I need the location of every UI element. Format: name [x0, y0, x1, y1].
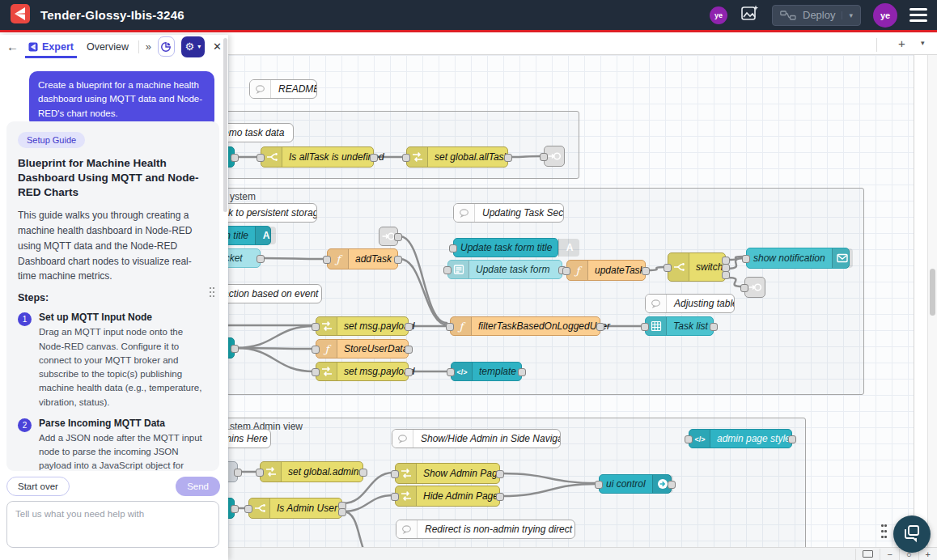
output-port[interactable] — [788, 435, 796, 443]
zoom-out-button[interactable]: − — [880, 549, 898, 560]
flowfuse-logo-icon[interactable] — [10, 3, 31, 28]
input-port[interactable] — [446, 323, 454, 331]
comment-node[interactable]: Show/Hide Admin in Side Navigation — [392, 429, 561, 448]
node-set-global-alltask[interactable]: set global.allTask — [406, 146, 508, 168]
main-menu-icon[interactable] — [909, 8, 927, 22]
output-port[interactable] — [231, 154, 239, 162]
input-port[interactable] — [391, 493, 399, 501]
node-switch[interactable]: switch — [668, 252, 726, 282]
drag-handle-dots[interactable] — [881, 524, 889, 541]
output-port[interactable] — [405, 346, 413, 354]
output-port[interactable] — [710, 323, 718, 331]
settings-dropdown-button[interactable]: ⚙ ▾ — [181, 36, 205, 57]
output-port[interactable] — [496, 470, 504, 478]
node-updateTask[interactable]: ƒupdateTask — [566, 260, 646, 281]
output-port[interactable] — [722, 271, 730, 279]
node-show-notification[interactable]: show notification — [746, 248, 850, 269]
insights-button[interactable] — [158, 36, 175, 57]
input-port[interactable] — [740, 284, 748, 292]
comment-node[interactable]: README — [249, 79, 317, 99]
collaborator-avatar[interactable]: ye — [710, 6, 727, 24]
node-set-msg-payload-1[interactable]: set msg.payload — [316, 316, 409, 336]
comment-node[interactable]: sk to persistent storage — [215, 203, 317, 223]
node-set-global-admins[interactable]: set global.admins — [260, 461, 363, 482]
output-port[interactable] — [405, 323, 413, 331]
node-hide-admin-page[interactable]: Hide Admin Page — [395, 486, 500, 507]
output-port[interactable] — [504, 154, 512, 162]
input-port[interactable] — [312, 323, 320, 331]
close-sidebar-icon[interactable]: ✕ — [213, 40, 222, 53]
input-port[interactable] — [742, 255, 750, 263]
comment-node[interactable]: action based on event — [215, 284, 322, 303]
input-port[interactable] — [443, 266, 452, 274]
deploy-button[interactable]: Deploy ▾ — [772, 5, 861, 26]
output-port[interactable] — [496, 493, 504, 501]
output-port[interactable] — [668, 481, 676, 489]
minimap-button[interactable] — [855, 549, 880, 560]
node-admin-page-style[interactable]: </>admin page style — [689, 429, 792, 448]
input-port[interactable] — [323, 256, 331, 264]
add-flow-button[interactable]: + — [898, 36, 905, 50]
scrollbar-handle[interactable] — [930, 269, 935, 316]
input-port[interactable] — [391, 470, 399, 478]
node-addTask[interactable]: ƒaddTask — [327, 248, 398, 269]
comment-node[interactable]: Updating Task Securely — [453, 203, 564, 223]
input-port[interactable] — [562, 267, 570, 275]
flow-list-caret-icon[interactable]: ▾ — [921, 39, 925, 47]
output-port[interactable] — [257, 255, 265, 263]
deploy-caret-icon[interactable]: ▾ — [842, 11, 853, 19]
comment-node[interactable]: Redirect is non-admin trying direct acce… — [396, 520, 575, 539]
node-task-list[interactable]: Task list — [645, 316, 714, 336]
output-port[interactable] — [642, 267, 650, 275]
ai-image-icon[interactable] — [740, 3, 760, 27]
node-update-form-title[interactable]: Update task form titleA — [453, 238, 558, 257]
output-port[interactable] — [231, 505, 239, 513]
node-StoreUserData[interactable]: ƒStoreUserData — [316, 339, 409, 358]
output-port[interactable] — [394, 256, 402, 264]
comment-node[interactable]: Adjusting table — [645, 294, 735, 313]
output-port[interactable] — [405, 368, 413, 376]
node-link-out-2[interactable] — [744, 277, 765, 298]
node-is-admin-user[interactable]: Is Admin User? — [248, 498, 342, 519]
output-port[interactable] — [338, 508, 346, 516]
back-arrow-icon[interactable]: ← — [6, 40, 19, 53]
output-port[interactable] — [231, 345, 239, 353]
input-port[interactable] — [402, 154, 410, 162]
node-link-junction[interactable] — [379, 227, 398, 246]
node-ui-control[interactable]: ui control — [599, 474, 672, 494]
input-port[interactable] — [540, 153, 548, 161]
tab-overview[interactable]: Overview — [83, 35, 132, 58]
node-is-alltask-undefined[interactable]: Is allTask is undefined — [261, 146, 374, 168]
assistant-chat-button[interactable] — [893, 515, 931, 553]
output-port[interactable] — [518, 368, 526, 376]
input-port[interactable] — [447, 368, 455, 376]
input-port[interactable] — [256, 469, 264, 477]
output-port[interactable] — [234, 469, 242, 477]
input-port[interactable] — [244, 505, 252, 513]
output-port[interactable] — [596, 323, 604, 331]
input-port[interactable] — [312, 368, 320, 376]
input-port[interactable] — [641, 323, 649, 331]
input-port[interactable] — [449, 244, 457, 252]
output-port[interactable] — [370, 154, 378, 162]
node-set-msg-payload-2[interactable]: set msg.payload — [316, 362, 409, 381]
start-over-button[interactable]: Start over — [6, 477, 70, 496]
send-button[interactable]: Send — [176, 477, 220, 496]
overflow-tabs-icon[interactable]: » — [146, 40, 151, 53]
output-port[interactable] — [359, 469, 367, 477]
input-port[interactable] — [257, 154, 265, 162]
tab-expert[interactable]: Expert — [25, 35, 77, 58]
node-filterTask[interactable]: ƒfilterTaskBasedOnLoggedUser — [450, 316, 600, 336]
input-port[interactable] — [685, 435, 693, 443]
user-avatar[interactable]: ye — [873, 3, 897, 28]
node-show-admin-page[interactable]: Show Admin Page — [395, 463, 500, 484]
panel-resize-grip[interactable] — [210, 287, 216, 299]
input-port[interactable] — [664, 264, 672, 272]
output-port[interactable] — [394, 233, 402, 241]
input-port[interactable] — [595, 481, 603, 489]
node-update-task-form[interactable]: Update task form — [447, 260, 562, 279]
node-template[interactable]: </>template — [451, 362, 522, 381]
node-link-out-1[interactable] — [544, 146, 565, 167]
group-demo-task[interactable] — [223, 111, 579, 179]
input-port[interactable] — [312, 346, 320, 354]
